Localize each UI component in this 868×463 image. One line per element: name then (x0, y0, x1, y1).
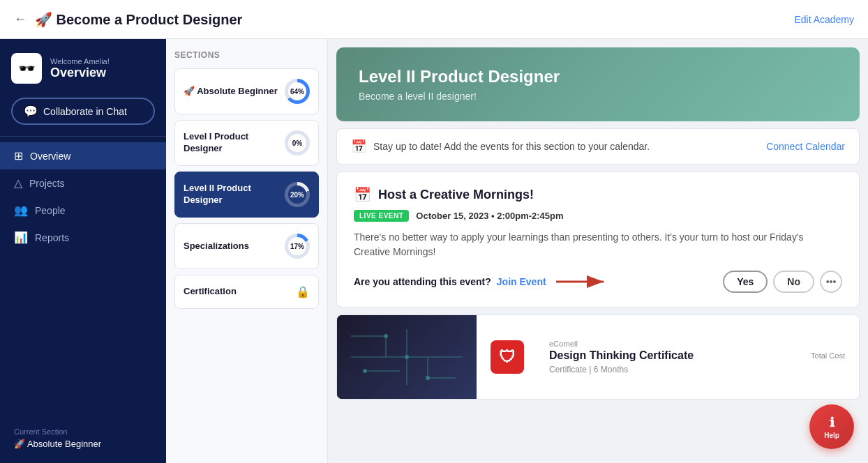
certificate-details: 🛡 eCornell Design Thinking Certificate C… (477, 315, 761, 399)
progress-value: 64% (288, 82, 306, 100)
back-button[interactable]: ← (14, 12, 27, 26)
hero-subtitle: Become a level II designer! (359, 91, 837, 102)
current-section-label: Current Section (14, 427, 152, 436)
sidebar-divider (0, 136, 166, 137)
circuit-background (337, 315, 477, 399)
topbar: ← 🚀 Become a Product Designer Edit Acade… (0, 0, 868, 39)
section-card-specializations[interactable]: Specializations 17% (174, 223, 319, 269)
certificate-image (337, 315, 477, 399)
progress-value: 20% (288, 185, 306, 204)
current-section-value: 🚀 Absolute Beginner (14, 439, 152, 449)
svg-point-9 (405, 355, 409, 359)
event-footer: Are you attending this event? Join Event… (354, 271, 842, 293)
sidebar-item-projects[interactable]: △ Projects (0, 169, 166, 197)
chat-icon: 💬 (24, 105, 38, 118)
connect-calendar-link[interactable]: Connect Calendar (766, 141, 845, 152)
sidebar-item-label: Overview (30, 151, 70, 162)
cert-right: Total Cost (761, 315, 859, 399)
topbar-left: ← 🚀 Become a Product Designer (14, 11, 242, 28)
svg-point-8 (384, 334, 388, 338)
section-name: Certification (184, 286, 237, 298)
section-name: Level II Product Designer (184, 183, 285, 206)
cert-info: eCornell Design Thinking Certificate Cer… (535, 328, 747, 386)
join-event-link[interactable]: Join Event (497, 276, 546, 287)
svg-point-10 (426, 376, 430, 380)
sections-panel: Sections 🚀 Absolute Beginner 64% Level I… (166, 39, 328, 463)
progress-circle: 0% (285, 130, 310, 155)
welcome-text: Welcome Amelia! (50, 57, 110, 66)
section-name: Specializations (184, 241, 249, 252)
section-name: 🚀 Absolute Beginner (184, 86, 278, 98)
calendar-notice: 📅 Stay up to date! Add the events for th… (336, 128, 860, 165)
help-icon: ℹ (830, 415, 835, 430)
cert-name: Design Thinking Certificate (549, 349, 733, 362)
edit-academy-link[interactable]: Edit Academy (794, 14, 854, 25)
event-card: 📅 Host a Creative Mornings! LIVE EVENT O… (336, 172, 860, 308)
svg-point-12 (363, 369, 367, 373)
certificate-row: 🛡 eCornell Design Thinking Certificate C… (336, 314, 860, 400)
ecornell-logo: 🛡 (491, 340, 524, 374)
hero-banner: Level II Product Designer Become a level… (336, 47, 860, 121)
section-card-level1[interactable]: Level I Product Designer 0% (174, 120, 319, 166)
chat-button-label: Collaborate in Chat (43, 106, 127, 117)
calendar-notice-text: Stay up to date! Add the events for this… (373, 141, 650, 152)
help-button[interactable]: ℹ Help (809, 404, 854, 449)
red-arrow-icon (556, 273, 612, 290)
help-label: Help (824, 432, 839, 439)
event-description: There's no better way to apply your lear… (354, 230, 842, 259)
user-info: Welcome Amelia! Overview (50, 57, 110, 80)
no-button[interactable]: No (773, 271, 814, 293)
collaborate-chat-button[interactable]: 💬 Collaborate in Chat (11, 98, 155, 125)
left-sidebar: 🕶️ Welcome Amelia! Overview 💬 Collaborat… (0, 39, 166, 463)
sidebar-item-label: Projects (29, 178, 65, 189)
section-name: Level I Product Designer (184, 131, 285, 155)
event-header: 📅 Host a Creative Mornings! (354, 186, 842, 203)
progress-circle: 20% (285, 182, 310, 207)
user-display-name: Overview (50, 66, 110, 80)
main-layout: 🕶️ Welcome Amelia! Overview 💬 Collaborat… (0, 39, 868, 463)
event-meta: LIVE EVENT October 15, 2023 • 2:00pm-2:4… (354, 210, 842, 222)
people-icon: 👥 (14, 204, 28, 217)
cert-brand: eCornell (549, 340, 733, 348)
projects-icon: △ (14, 176, 22, 190)
current-section: Current Section 🚀 Absolute Beginner (0, 416, 166, 452)
progress-circle: 64% (285, 79, 310, 104)
attend-buttons: Yes No ••• (723, 271, 842, 293)
reports-icon: 📊 (14, 231, 28, 244)
progress-value: 17% (288, 237, 306, 255)
page-title: 🚀 Become a Product Designer (35, 11, 242, 28)
sidebar-item-people[interactable]: 👥 People (0, 197, 166, 224)
lock-icon: 🔒 (296, 285, 310, 298)
sidebar-item-overview[interactable]: ⊞ Overview (0, 142, 166, 169)
progress-circle: 17% (285, 234, 310, 259)
section-card-absolute-beginner[interactable]: 🚀 Absolute Beginner 64% (174, 68, 319, 114)
sidebar-item-label: Reports (35, 232, 69, 243)
section-card-certification[interactable]: Certification 🔒 (174, 275, 319, 309)
attend-question: Are you attending this event? Join Event (354, 273, 612, 290)
sections-title: Sections (174, 50, 319, 60)
circuit-svg (344, 322, 470, 392)
calendar-icon: 📅 (351, 139, 366, 154)
section-card-level2[interactable]: Level II Product Designer 20% (174, 172, 319, 218)
attend-question-text: Are you attending this event? (354, 276, 491, 287)
live-event-badge: LIVE EVENT (354, 210, 409, 222)
event-calendar-icon: 📅 (354, 186, 371, 203)
user-section: 🕶️ Welcome Amelia! Overview (0, 39, 166, 98)
cert-meta: Certificate | 6 Months (549, 365, 733, 374)
calendar-left: 📅 Stay up to date! Add the events for th… (351, 139, 650, 154)
yes-button[interactable]: Yes (723, 271, 768, 293)
more-options-button[interactable]: ••• (820, 271, 842, 293)
total-cost-label: Total Cost (811, 351, 845, 360)
progress-value: 0% (288, 134, 306, 152)
event-date: October 15, 2023 • 2:00pm-2:45pm (416, 211, 563, 221)
event-title: Host a Creative Mornings! (378, 188, 534, 202)
hero-title: Level II Product Designer (359, 67, 837, 86)
sidebar-item-reports[interactable]: 📊 Reports (0, 224, 166, 251)
overview-icon: ⊞ (14, 149, 23, 162)
main-content: Level II Product Designer Become a level… (328, 39, 868, 463)
sidebar-item-label: People (35, 205, 66, 216)
avatar: 🕶️ (11, 53, 42, 84)
